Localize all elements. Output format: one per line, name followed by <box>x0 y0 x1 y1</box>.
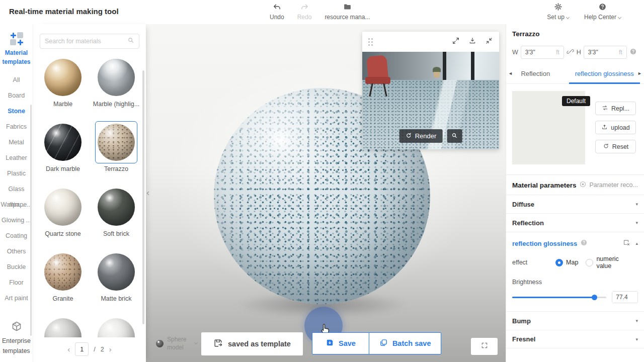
effect-row: effect Map numeric value <box>512 255 638 269</box>
material-thumb[interactable] <box>44 189 82 226</box>
batch-save-button[interactable]: Batch save <box>369 333 441 354</box>
save-as-template-label: saved as template <box>228 340 291 348</box>
material-thumb[interactable] <box>98 318 135 337</box>
material-thumb[interactable] <box>98 124 135 161</box>
upload-button[interactable]: upload <box>595 121 636 134</box>
library-scrollbar[interactable] <box>142 70 144 324</box>
material-item-granite[interactable]: Granite <box>36 250 90 315</box>
help-center-button[interactable]: Help Center <box>584 3 621 21</box>
search-input[interactable] <box>45 38 127 45</box>
category-stone[interactable]: Stone <box>0 104 33 119</box>
effect-numeric-radio[interactable]: numeric value <box>586 255 630 269</box>
magnifier-button[interactable] <box>447 129 462 143</box>
glossiness-help-icon[interactable] <box>577 239 588 248</box>
section-diffuse[interactable]: Diffuse ▾ <box>506 195 644 213</box>
material-item-terrazzo-selected[interactable]: Terrazzo <box>90 121 143 186</box>
tab-reflection[interactable]: Reflection <box>506 65 565 83</box>
material-item-partial[interactable] <box>36 315 90 337</box>
material-thumb[interactable] <box>44 59 82 96</box>
category-art-paint[interactable]: Art paint <box>0 291 33 306</box>
redo-button[interactable]: Redo <box>297 3 312 21</box>
material-item-matte-brick[interactable]: Matte brick <box>90 250 143 315</box>
brightness-slider[interactable] <box>512 297 606 298</box>
tab-reflection-glossiness[interactable]: reflection glossiness <box>565 65 644 83</box>
caret-up-icon[interactable]: ▴ <box>635 241 638 246</box>
square-icon <box>17 32 23 38</box>
render-button[interactable]: Render <box>399 129 443 143</box>
material-item-partial[interactable] <box>90 315 143 337</box>
section-reflection[interactable]: Reflection ▾ <box>506 213 644 232</box>
viewport-canvas[interactable]: ‹ <box>146 24 506 362</box>
download-icon[interactable] <box>468 37 476 47</box>
material-thumb[interactable] <box>98 59 135 96</box>
material-item-soft-brick[interactable]: Soft brick <box>90 186 143 250</box>
setup-button[interactable]: Set up <box>547 3 569 21</box>
texture-preview[interactable]: Default <box>512 91 585 164</box>
render-preview-image[interactable]: Render <box>362 52 499 149</box>
material-templates-label[interactable]: Material templates <box>0 48 33 66</box>
width-field[interactable]: ft <box>521 46 564 59</box>
undo-button[interactable]: Undo <box>270 3 284 21</box>
material-thumb[interactable] <box>98 189 135 226</box>
material-search[interactable] <box>40 34 139 49</box>
material-templates-icon[interactable] <box>10 32 23 45</box>
brightness-input[interactable] <box>612 292 637 303</box>
material-thumb[interactable] <box>44 253 82 291</box>
material-thumb[interactable] <box>98 253 135 291</box>
width-input[interactable] <box>525 49 554 56</box>
expand-preview-icon[interactable] <box>452 37 460 47</box>
model-selector[interactable]: Sphere model <box>156 332 197 354</box>
parameter-recommend-button[interactable]: Parameter reco... <box>579 180 638 190</box>
page-next-icon[interactable]: › <box>109 345 112 353</box>
height-field[interactable]: ft <box>584 46 627 59</box>
redo-label: Redo <box>297 14 312 21</box>
category-all[interactable]: All <box>0 72 33 88</box>
category-floor[interactable]: Floor <box>0 275 33 291</box>
category-others[interactable]: Others <box>0 244 33 259</box>
caret-down-icon: ▾ <box>635 337 638 342</box>
category-glass-mirror[interactable]: Glass mirr... <box>0 182 33 197</box>
brightness-value-field[interactable] <box>612 291 638 303</box>
section-fresnel[interactable]: Fresnel ▾ <box>506 330 644 348</box>
dimensions-help-icon[interactable] <box>629 48 637 57</box>
save-as-template-button[interactable]: saved as template <box>201 332 303 355</box>
material-library-panel: Marble Marble (highlig... Dark marble Te… <box>33 24 146 362</box>
fullscreen-button[interactable] <box>471 338 498 355</box>
material-item-dark-marble[interactable]: Dark marble <box>36 121 90 186</box>
link-dimensions-icon[interactable] <box>567 48 574 57</box>
remove-map-icon[interactable] <box>620 239 630 248</box>
enterprise-templates-button[interactable]: Enterprise templates <box>0 320 33 356</box>
collapse-panel-chevron[interactable]: ‹ <box>146 187 149 198</box>
category-buckle[interactable]: Buckle <box>0 259 33 275</box>
resource-manager-button[interactable]: resource mana... <box>325 3 370 21</box>
material-item-marble[interactable]: Marble <box>36 56 90 121</box>
category-metal[interactable]: Metal <box>0 135 33 150</box>
material-thumb[interactable] <box>44 318 82 337</box>
page-prev-icon[interactable]: ‹ <box>67 345 70 353</box>
category-board[interactable]: Board <box>0 88 33 104</box>
material-name: Terrazzo <box>512 30 638 38</box>
tabs-scroll-right-icon[interactable]: ► <box>637 71 642 76</box>
nav-scrollbar[interactable] <box>30 105 32 336</box>
slider-thumb[interactable] <box>592 295 597 300</box>
collapse-preview-icon[interactable] <box>485 37 493 47</box>
material-item-quartz-stone[interactable]: Quartz stone <box>36 186 90 250</box>
reset-button[interactable]: Reset <box>595 140 636 153</box>
current-page[interactable]: 1 <box>75 342 89 356</box>
category-coating[interactable]: Coating <box>0 228 33 244</box>
category-plastic[interactable]: Plastic <box>0 166 33 182</box>
material-item-marble-highlights[interactable]: Marble (highlig... <box>90 56 143 121</box>
category-fabrics[interactable]: Fabrics <box>0 119 33 135</box>
replace-button[interactable]: Repl... <box>595 102 636 115</box>
section-reflection-glossiness: reflection glossiness ▴ effect Map <box>506 232 644 311</box>
effect-map-radio[interactable]: Map <box>555 259 578 266</box>
brightness-label: Brightness <box>512 279 638 286</box>
category-leather[interactable]: Leather <box>0 150 33 166</box>
section-bump[interactable]: Bump ▾ <box>506 311 644 330</box>
height-input[interactable] <box>588 49 617 56</box>
category-glowing[interactable]: Glowing ... <box>0 213 33 228</box>
material-thumb[interactable] <box>44 124 82 161</box>
drag-handle-icon[interactable] <box>368 38 373 46</box>
save-button[interactable]: Save <box>312 333 369 354</box>
category-wallpaper[interactable]: Wallpape... <box>0 197 33 213</box>
